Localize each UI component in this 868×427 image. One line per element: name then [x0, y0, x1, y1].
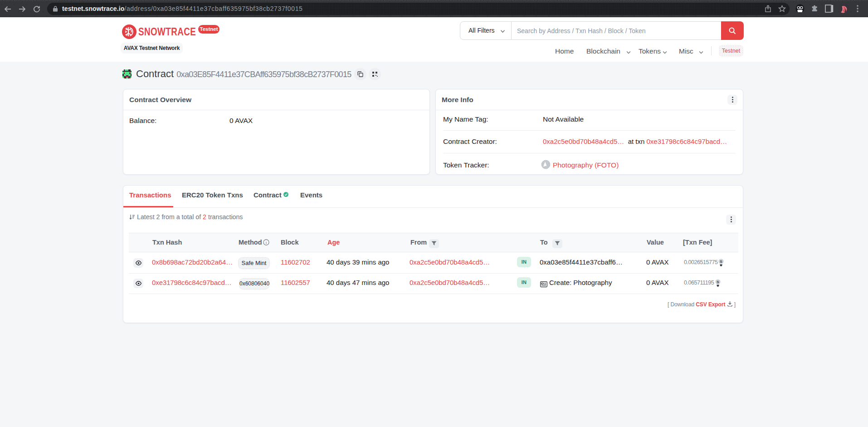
svg-text:S: S	[720, 260, 722, 264]
svg-text:S: S	[717, 280, 719, 284]
